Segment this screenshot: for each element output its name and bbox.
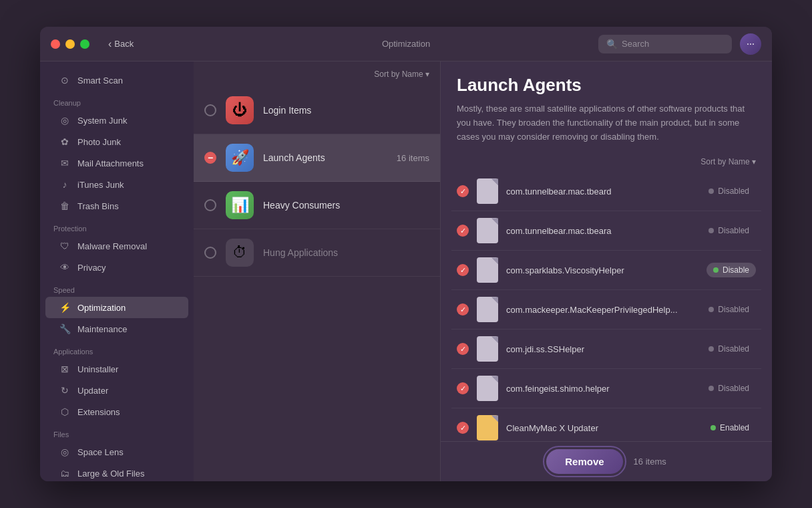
list-item-heavy-consumers[interactable]: 📊 Heavy Consumers [194,182,440,229]
sidebar-item-optimization[interactable]: ⚡ Optimization [45,297,188,318]
item-radio-login[interactable] [204,104,216,116]
large-files-icon: 🗂 [59,467,71,479]
status-badge-viscosity[interactable]: Disable [706,263,756,277]
launch-agents-label: Launch Agents [263,152,387,163]
detail-item-mackeeper[interactable]: com.mackeeper.MacKeeperPrivilegedHelp...… [451,290,761,330]
file-icon-shimo [477,376,498,401]
detail-item-name-tbeara: com.tunnelbear.mac.tbeara [506,226,694,236]
sidebar-item-itunes-junk[interactable]: ♪ iTunes Junk [45,174,188,195]
system-junk-icon: ◎ [59,114,71,126]
file-icon-cmm-updater [477,415,498,440]
sidebar-item-uninstaller[interactable]: ⊠ Uninstaller [45,358,188,380]
item-radio-hung[interactable] [204,247,216,259]
updater-icon: ↻ [59,384,71,396]
detail-checkbox-tbeard[interactable] [457,185,469,197]
back-button[interactable]: ‹ Back [108,38,134,50]
status-badge-tbeard: Disabled [702,184,756,199]
detail-checkbox-shimo[interactable] [457,382,469,394]
app-window: ‹ Back Optimization 🔍 ⋯ ⊙ Smart Scan Cle… [40,27,772,481]
detail-checkbox-sshelper[interactable] [457,343,469,355]
sidebar-item-extensions[interactable]: ⬡ Extensions [45,401,188,422]
detail-item-sshelper[interactable]: com.jdi.ss.SSHelper Disabled [451,330,761,369]
sidebar-item-privacy[interactable]: 👁 Privacy [45,257,188,278]
search-bar[interactable]: 🔍 [598,35,732,53]
sidebar: ⊙ Smart Scan Cleanup ◎ System Junk ✿ Pho… [40,61,194,481]
sidebar-item-malware-removal[interactable]: 🛡 Malware Removal [45,235,188,257]
sidebar-item-system-junk[interactable]: ◎ System Junk [45,110,188,131]
sidebar-item-smart-scan[interactable]: ⊙ Smart Scan [45,70,188,91]
sidebar-section-cleanup: Cleanup [40,91,194,110]
back-label: Back [114,39,134,49]
panel-title: Optimization [382,39,430,49]
detail-item-tbeard[interactable]: com.tunnelbear.mac.tbeard Disabled [451,172,761,211]
list-item-hung-applications[interactable]: ⏱ Hung Applications [194,229,440,277]
login-items-icon: ⏻ [226,96,254,124]
hung-applications-label: Hung Applications [263,247,420,258]
detail-item-tbeara[interactable]: com.tunnelbear.mac.tbeara Disabled [451,211,761,251]
file-icon-tbeard [477,178,498,204]
detail-checkbox-tbeara[interactable] [457,225,469,237]
file-icon-tbeara [477,218,498,243]
sidebar-label-extensions: Extensions [77,407,120,417]
list-item-login[interactable]: ⏻ Login Items [194,87,440,134]
detail-panel: Launch Agents Mostly, these are small sa… [441,61,772,481]
sidebar-label-trash-bins: Trash Bins [77,201,119,211]
item-radio-heavy[interactable] [204,199,216,211]
status-label-tbeara: Disabled [718,226,749,235]
detail-sort: Sort by Name ▾ [441,154,772,172]
mail-icon: ✉ [59,157,71,169]
detail-description: Mostly, these are small satellite applic… [457,102,756,144]
sidebar-item-space-lens[interactable]: ◎ Space Lens [45,441,188,463]
chevron-left-icon: ‹ [108,38,112,50]
detail-title: Launch Agents [457,75,756,96]
launch-agents-count: 16 items [397,153,429,163]
search-input[interactable] [622,39,724,49]
status-label-sshelper: Disabled [718,344,749,354]
sidebar-item-updater[interactable]: ↻ Updater [45,380,188,401]
detail-item-viscosity[interactable]: com.sparklabs.ViscosityHelper Disable [451,251,761,290]
sidebar-item-photo-junk[interactable]: ✿ Photo Junk [45,131,188,152]
status-label-mackeeper: Disabled [718,305,749,314]
detail-item-name-tbeard: com.tunnelbear.mac.tbeard [506,186,694,197]
sidebar-item-maintenance[interactable]: 🔧 Maintenance [45,318,188,340]
detail-list: com.tunnelbear.mac.tbeard Disabled com.t… [441,172,772,441]
detail-checkbox-mackeeper[interactable] [457,303,469,315]
list-sort-label[interactable]: Sort by Name ▾ [374,70,429,79]
sidebar-label-uninstaller: Uninstaller [77,364,118,374]
privacy-icon: 👁 [59,261,71,273]
sidebar-item-trash-bins[interactable]: 🗑 Trash Bins [45,195,188,217]
sidebar-item-large-old-files[interactable]: 🗂 Large & Old Files [45,463,188,481]
maximize-button[interactable] [80,39,89,49]
avatar[interactable]: ⋯ [740,33,761,55]
sidebar-label-smart-scan: Smart Scan [77,76,123,86]
minimize-button[interactable] [65,39,75,49]
status-dot-tbeara [708,228,714,233]
trash-icon: 🗑 [59,200,71,212]
sidebar-label-updater: Updater [77,386,108,396]
traffic-lights [51,39,89,49]
sidebar-label-privacy: Privacy [77,263,106,273]
detail-item-name-cmm-updater: CleanMyMac X Updater [506,423,696,433]
detail-item-shimo[interactable]: com.feingeist.shimo.helper Disabled [451,369,761,408]
photo-junk-icon: ✿ [59,136,71,148]
status-label-shimo: Disabled [718,384,749,393]
remove-button[interactable]: Remove [546,449,622,474]
titlebar: ‹ Back Optimization 🔍 ⋯ [40,27,772,61]
status-badge-mackeeper: Disabled [702,302,756,317]
detail-sort-label[interactable]: Sort by Name ▾ [700,157,756,166]
detail-checkbox-viscosity[interactable] [457,264,469,276]
heavy-consumers-icon: 📊 [226,191,254,219]
sidebar-item-mail-attachments[interactable]: ✉ Mail Attachments [45,152,188,174]
detail-item-cmm-updater[interactable]: CleanMyMac X Updater Enabled [451,408,761,441]
status-badge-shimo: Disabled [702,381,756,396]
detail-checkbox-cmm-updater[interactable] [457,422,469,434]
status-badge-sshelper: Disabled [702,342,756,356]
close-button[interactable] [51,39,60,49]
item-radio-launch[interactable] [204,152,216,164]
sidebar-label-maintenance: Maintenance [77,324,127,334]
sidebar-label-malware-removal: Malware Removal [77,241,147,251]
list-item-launch-agents[interactable]: 🚀 Launch Agents 16 items [194,134,440,182]
detail-item-name-sshelper: com.jdi.ss.SSHelper [506,344,694,354]
status-dot-shimo [708,386,714,391]
titlebar-left: ‹ Back [51,38,134,50]
